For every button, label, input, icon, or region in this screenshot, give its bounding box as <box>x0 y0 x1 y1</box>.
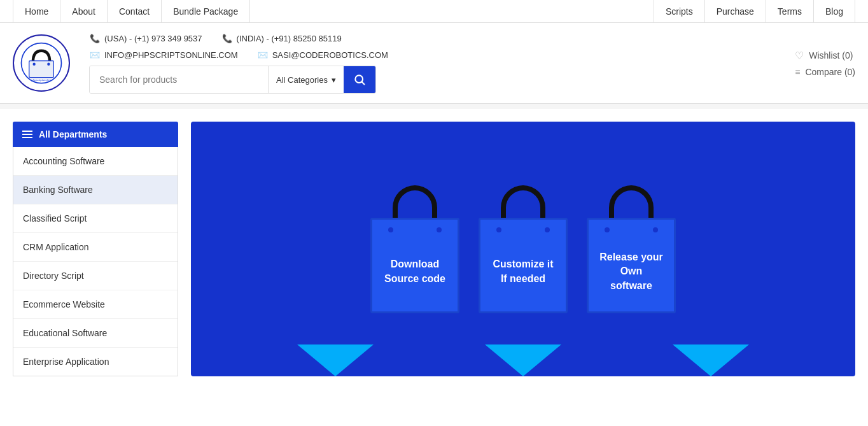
compare-label: Compare (0) <box>805 67 855 77</box>
sidebar: All Departments Accounting Software Bank… <box>13 122 178 376</box>
chevron-3 <box>673 344 749 376</box>
sidebar-header-label: All Departments <box>39 129 107 139</box>
svg-text:phpscriptsonline: phpscriptsonline <box>31 78 52 82</box>
bag-item-2: Customize it If needed <box>479 185 568 313</box>
hero-bags-container: Download Source code Customize it If nee… <box>370 185 676 313</box>
nav-purchase[interactable]: Purchase <box>705 0 766 23</box>
compare-button[interactable]: ≡ Compare (0) <box>795 67 855 77</box>
sidebar-item-directory[interactable]: Directory Script <box>13 262 178 290</box>
search-input[interactable] <box>90 66 268 93</box>
sidebar-item-ecommerce[interactable]: Ecommerce Website <box>13 290 178 319</box>
logo-circle: phpscriptsonline <box>13 34 70 92</box>
bag-body-3: Release your Own software <box>587 218 676 313</box>
sidebar-item-educational[interactable]: Educational Software <box>13 319 178 348</box>
bag-body-1: Download Source code <box>370 218 459 313</box>
top-nav-right: Scripts Purchase Terms Blog <box>654 0 855 23</box>
india-phone-label: (INDIA) - (+91) 85250 85119 <box>237 34 342 43</box>
bag-item-3: Release your Own software <box>587 185 676 313</box>
nav-bundle[interactable]: Bundle Package <box>162 0 250 23</box>
bag-item-1: Download Source code <box>370 185 459 313</box>
bag-label-2: Customize it If needed <box>480 248 566 295</box>
chevron-2 <box>485 344 561 376</box>
sidebar-item-banking[interactable]: Banking Software <box>13 176 178 204</box>
search-icon <box>353 73 366 86</box>
nav-scripts[interactable]: Scripts <box>654 0 705 23</box>
svg-marker-7 <box>297 344 374 376</box>
sidebar-item-classified[interactable]: Classified Script <box>13 204 178 233</box>
svg-line-6 <box>362 82 365 85</box>
menu-bar-2 <box>22 134 32 135</box>
bag-body-2: Customize it If needed <box>479 218 568 313</box>
email-sasi-label: SASI@CODEROBOTICS.COM <box>272 50 388 60</box>
sub-divider <box>0 104 868 109</box>
usa-phone: 📞 (USA) - (+1) 973 349 9537 <box>89 32 202 44</box>
chevron-1 <box>297 344 374 376</box>
india-phone: 📞 (INDIA) - (+91) 85250 85119 <box>221 32 342 44</box>
usa-phone-label: (USA) - (+1) 973 349 9537 <box>104 34 202 43</box>
sidebar-header: All Departments <box>13 122 178 147</box>
wishlist-label: Wishlist (0) <box>809 50 853 60</box>
menu-icon <box>22 131 32 138</box>
heart-icon: ♡ <box>795 50 804 62</box>
hero-banner: Download Source code Customize it If nee… <box>191 122 855 376</box>
bag-handle-2 <box>501 185 545 220</box>
top-nav-left: Home About Contact Bundle Package <box>13 0 250 23</box>
sidebar-item-accounting[interactable]: Accounting Software <box>13 147 178 176</box>
category-dropdown[interactable]: All Categories ▾ <box>268 66 344 93</box>
phone-icon-usa: 📞 <box>89 32 101 44</box>
sidebar-item-crm[interactable]: CRM Application <box>13 233 178 262</box>
wishlist-button[interactable]: ♡ Wishlist (0) <box>795 50 855 62</box>
compare-icon: ≡ <box>795 67 800 77</box>
bag-handle-1 <box>393 185 437 220</box>
category-label: All Categories <box>276 75 328 85</box>
hero-bottom-chevrons <box>191 344 855 376</box>
email-icon-1: ✉️ <box>89 49 101 60</box>
contact-phones-row: 📞 (USA) - (+1) 973 349 9537 📞 (INDIA) - … <box>89 32 763 44</box>
svg-marker-8 <box>485 344 561 376</box>
email-icon-2: ✉️ <box>257 49 269 60</box>
logo: phpscriptsonline <box>13 34 70 92</box>
email-info-label: INFO@PHPSCRIPTSONLINE.COM <box>104 50 238 60</box>
nav-home[interactable]: Home <box>13 0 60 23</box>
sidebar-items-list: Accounting Software Banking Software Cla… <box>13 147 178 376</box>
svg-point-2 <box>32 63 35 66</box>
sidebar-item-enterprise[interactable]: Enterprise Application <box>13 348 178 376</box>
chevron-down-icon: ▾ <box>332 75 336 85</box>
bag-label-3: Release your Own software <box>589 241 674 302</box>
phone-icon-india: 📞 <box>221 32 233 44</box>
logo-svg: phpscriptsonline <box>19 41 64 85</box>
svg-point-3 <box>47 63 50 66</box>
search-box[interactable]: All Categories ▾ <box>89 66 376 94</box>
contact-info-block: 📞 (USA) - (+1) 973 349 9537 📞 (INDIA) - … <box>89 32 763 94</box>
bag-label-1: Download Source code <box>372 248 458 295</box>
wishlist-compare-block: ♡ Wishlist (0) ≡ Compare (0) <box>795 50 855 77</box>
bag-handle-3 <box>609 185 654 220</box>
contact-emails-row: ✉️ INFO@PHPSCRIPTSONLINE.COM ✉️ SASI@COD… <box>89 49 763 60</box>
site-header: phpscriptsonline 📞 (USA) - (+1) 973 349 … <box>0 23 868 103</box>
nav-about[interactable]: About <box>60 0 108 23</box>
nav-blog[interactable]: Blog <box>814 0 855 23</box>
svg-rect-1 <box>29 61 54 78</box>
menu-bar-1 <box>22 131 32 132</box>
menu-bar-3 <box>22 137 32 138</box>
nav-contact[interactable]: Contact <box>108 0 162 23</box>
search-row: All Categories ▾ <box>89 66 763 94</box>
top-navigation: Home About Contact Bundle Package Script… <box>0 0 868 23</box>
nav-terms[interactable]: Terms <box>766 0 814 23</box>
email-sasi: ✉️ SASI@CODEROBOTICS.COM <box>257 49 388 60</box>
svg-marker-9 <box>673 344 749 376</box>
search-button[interactable] <box>344 66 375 93</box>
main-content: All Departments Accounting Software Bank… <box>0 109 868 389</box>
email-info: ✉️ INFO@PHPSCRIPTSONLINE.COM <box>89 49 238 60</box>
